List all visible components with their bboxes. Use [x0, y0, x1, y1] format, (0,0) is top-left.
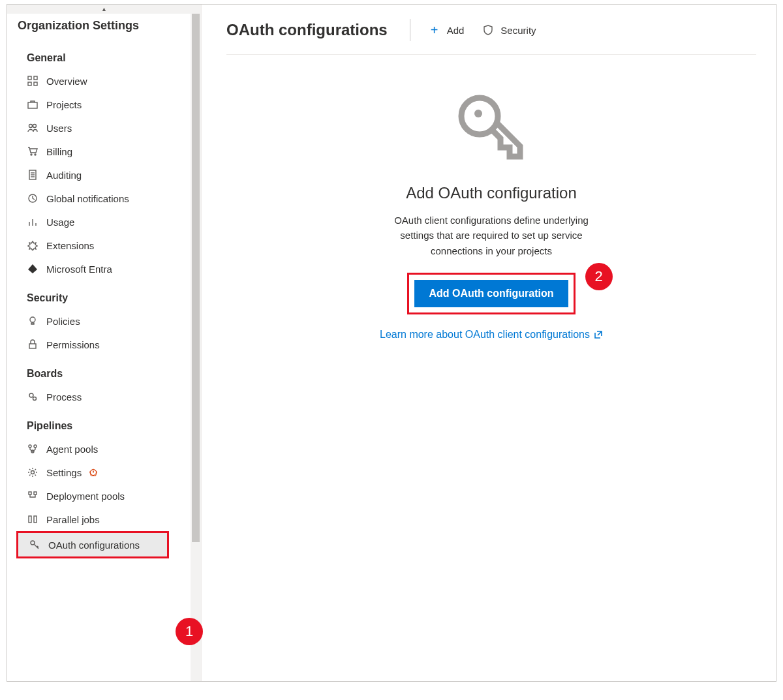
- sidebar-item-billing[interactable]: Billing: [7, 140, 191, 163]
- sidebar-item-auditing[interactable]: Auditing: [7, 163, 191, 187]
- sidebar-item-agent-pools[interactable]: Agent pools: [7, 437, 191, 461]
- svg-rect-28: [29, 516, 31, 523]
- clock-icon: [27, 192, 38, 204]
- sidebar-item-label: Users: [46, 123, 72, 134]
- svg-point-20: [33, 397, 37, 401]
- sidebar-item-label: Deployment pools: [46, 491, 125, 502]
- sidebar-item-deployment-pools[interactable]: Deployment pools: [7, 484, 191, 508]
- sidebar-item-label: Billing: [46, 146, 72, 157]
- learn-more-link[interactable]: Learn more about OAuth client configurat…: [380, 329, 603, 341]
- svg-rect-26: [29, 492, 31, 495]
- sidebar-item-projects[interactable]: Projects: [7, 93, 191, 116]
- sidebar-item-policies[interactable]: Policies: [7, 309, 191, 333]
- svg-point-32: [474, 110, 482, 117]
- section-heading-general: General: [7, 40, 191, 69]
- sidebar-item-permissions[interactable]: Permissions: [7, 333, 191, 356]
- svg-point-5: [29, 125, 33, 128]
- sidebar-item-extensions[interactable]: Extensions: [7, 234, 191, 257]
- svg-rect-2: [28, 82, 31, 85]
- external-link-icon: [594, 330, 603, 339]
- add-oauth-button-highlight: Add OAuth configuration 2: [407, 273, 575, 314]
- sidebar-item-label: Settings: [46, 467, 82, 478]
- sidebar-item-label: Extensions: [46, 240, 94, 251]
- svg-point-8: [35, 154, 36, 155]
- sidebar-item-overview[interactable]: Overview: [7, 69, 191, 93]
- gear-icon: [27, 391, 38, 403]
- briefcase-icon: [27, 99, 38, 110]
- sidebar-item-process[interactable]: Process: [7, 385, 191, 408]
- key-illustration-icon: [452, 90, 530, 168]
- main-content: OAuth configurations + Add Security Add …: [202, 5, 776, 681]
- add-oauth-configuration-button[interactable]: Add OAuth configuration: [414, 280, 568, 307]
- sidebar: Organization Settings General Overview P…: [7, 14, 201, 681]
- security-button[interactable]: Security: [482, 24, 536, 36]
- document-icon: [27, 169, 38, 181]
- svg-rect-0: [28, 76, 31, 80]
- page-header: OAuth configurations + Add Security: [226, 19, 756, 55]
- entra-icon: [27, 263, 38, 275]
- key-icon: [29, 539, 40, 551]
- sidebar-item-oauth-configurations[interactable]: OAuth configurations: [16, 531, 169, 558]
- deploy-icon: [27, 490, 38, 502]
- svg-rect-29: [34, 516, 37, 523]
- sidebar-item-parallel-jobs[interactable]: Parallel jobs: [7, 508, 191, 531]
- header-divider: [410, 19, 410, 41]
- sidebar-item-label: Agent pools: [46, 444, 98, 455]
- sidebar-item-users[interactable]: Users: [7, 116, 191, 140]
- cart-icon: [27, 145, 38, 157]
- sidebar-item-label: Projects: [46, 99, 82, 110]
- empty-title: Add OAuth configuration: [406, 184, 577, 202]
- add-label: Add: [447, 25, 465, 36]
- svg-point-19: [29, 393, 33, 397]
- callout-badge-2: 2: [585, 263, 613, 290]
- svg-point-21: [29, 445, 31, 448]
- sidebar-item-global-notifications[interactable]: Global notifications: [7, 187, 191, 210]
- svg-rect-4: [28, 102, 37, 108]
- svg-rect-3: [34, 82, 37, 85]
- scrollbar-thumb[interactable]: [192, 14, 200, 542]
- svg-rect-18: [29, 344, 36, 348]
- bulb-icon: [27, 315, 38, 327]
- section-heading-pipelines: Pipelines: [7, 408, 191, 437]
- sidebar-item-label: Global notifications: [46, 193, 129, 204]
- page-title: OAuth configurations: [226, 21, 388, 39]
- sidebar-item-label: Usage: [46, 217, 74, 228]
- svg-rect-27: [34, 492, 37, 495]
- learn-more-label: Learn more about OAuth client configurat…: [380, 329, 590, 341]
- svg-point-24: [31, 471, 35, 474]
- empty-state: Add OAuth configuration OAuth client con…: [226, 55, 756, 681]
- sidebar-item-settings[interactable]: Settings: [7, 461, 191, 484]
- callout-badge-1: 1: [176, 618, 203, 645]
- shield-icon: [482, 24, 494, 36]
- sidebar-item-label: OAuth configurations: [48, 540, 140, 551]
- sidebar-item-label: Parallel jobs: [46, 514, 100, 525]
- svg-point-22: [34, 445, 37, 448]
- sidebar-title: Organization Settings: [7, 14, 191, 40]
- svg-point-7: [31, 154, 32, 155]
- add-button[interactable]: + Add: [429, 24, 465, 36]
- grid-icon: [27, 75, 38, 87]
- parallel-icon: [27, 513, 38, 525]
- pool-icon: [27, 443, 38, 455]
- lock-icon: [27, 339, 38, 350]
- sidebar-item-label: Overview: [46, 76, 87, 87]
- settings-icon: [27, 466, 38, 478]
- security-label: Security: [500, 25, 536, 36]
- extensions-icon: [27, 239, 38, 251]
- chart-icon: [27, 216, 38, 228]
- warning-icon: [89, 468, 97, 476]
- svg-point-6: [33, 125, 37, 128]
- sidebar-item-label: Policies: [46, 316, 80, 327]
- sidebar-item-label: Permissions: [46, 339, 100, 350]
- plus-icon: +: [429, 24, 440, 36]
- svg-point-17: [30, 317, 35, 322]
- svg-rect-1: [34, 76, 37, 80]
- section-heading-boards: Boards: [7, 356, 191, 385]
- users-icon: [27, 122, 38, 134]
- sidebar-item-microsoft-entra[interactable]: Microsoft Entra: [7, 257, 191, 281]
- scroll-up-arrow[interactable]: ▲: [7, 5, 201, 14]
- sidebar-item-usage[interactable]: Usage: [7, 210, 191, 234]
- sidebar-item-label: Microsoft Entra: [46, 264, 112, 275]
- empty-description: OAuth client configurations define under…: [393, 213, 589, 258]
- sidebar-item-label: Process: [46, 391, 82, 403]
